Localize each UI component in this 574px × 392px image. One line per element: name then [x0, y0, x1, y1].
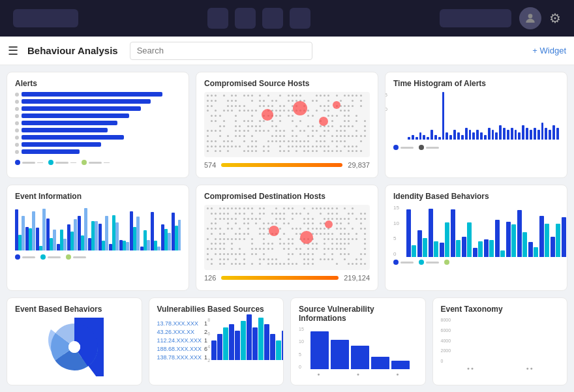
identity-chart	[406, 205, 559, 257]
main-content: Alerts — — — Compromised Source Hosts 57…	[0, 65, 574, 392]
event-taxonomy-chart	[455, 318, 560, 363]
source-min: 574	[204, 161, 216, 169]
subbar: ☰ Behaviour Analysis + Widget	[0, 37, 574, 65]
search-input[interactable]	[130, 42, 312, 60]
source-map-footer: 574 29,837	[204, 161, 370, 169]
nav-item-1[interactable]	[207, 8, 228, 29]
topbar-search	[440, 9, 511, 27]
vuln-sources-widget: Vulnerabilies Based Sources 13.78.XXX.XX…	[149, 297, 284, 385]
event-info-chart	[15, 205, 181, 250]
gear-icon[interactable]: ⚙	[549, 10, 561, 26]
alerts-chart	[15, 92, 181, 154]
alerts-legend: — — —	[15, 159, 181, 166]
dest-max: 219,124	[344, 274, 370, 282]
histogram-y-axis: 151050	[385, 92, 387, 141]
time-histogram-title: Time Histogram of Alerts	[393, 79, 559, 88]
topbar-right: ⚙	[440, 7, 561, 29]
source-vuln-title: Source Vulnerability Informations	[299, 305, 417, 323]
compromised-dest-widget: Compromised Destination Hosts 126 219,12…	[196, 185, 378, 291]
event-info-title: Event Information	[15, 192, 181, 201]
dest-min: 126	[204, 274, 216, 282]
identity-title: Idendity Based Behaviors	[393, 192, 559, 201]
event-taxonomy-widget: Event Taxonomy 80006000400020000 ● ● ● ●	[432, 297, 568, 385]
alerts-widget: Alerts — — —	[7, 72, 189, 178]
source-vuln-widget: Source Vulnerability Informations 151050…	[290, 297, 426, 385]
topbar-nav	[207, 8, 310, 29]
event-based-widget: Event Based Behaviors	[7, 297, 142, 385]
vuln-table: 13.78.XXX.XXX143.26.XXX.XX2112.24.XXX.XX…	[157, 320, 208, 363]
topbar-logo	[13, 9, 78, 27]
avatar[interactable]	[519, 7, 541, 29]
add-widget-button[interactable]: + Widget	[532, 46, 566, 55]
source-max: 29,837	[348, 161, 370, 169]
histogram-bars	[408, 92, 559, 141]
dest-map-footer: 126 219,124	[204, 274, 370, 282]
time-histogram-widget: Time Histogram of Alerts 151050	[385, 72, 567, 178]
compromised-source-title: Compromised Source Hosts	[204, 79, 370, 88]
nav-item-4[interactable]	[290, 8, 310, 29]
source-vuln-chart	[310, 327, 417, 369]
bottom-row: Event Based Behaviors Vul	[7, 297, 567, 385]
alerts-title: Alerts	[15, 79, 181, 88]
compromised-source-widget: Compromised Source Hosts 574 29,837	[196, 72, 378, 178]
vuln-sources-title: Vulnerabilies Based Sources	[157, 305, 276, 314]
compromised-dest-title: Compromised Destination Hosts	[204, 192, 370, 201]
svg-point-0	[528, 14, 533, 18]
identity-widget: Idendity Based Behaviors 151050	[385, 185, 567, 291]
hamburger-icon[interactable]: ☰	[8, 44, 18, 58]
event-info-widget: Event Information	[7, 185, 189, 291]
topbar: ⚙	[0, 0, 574, 37]
dest-map	[204, 205, 370, 270]
page-title: Behaviour Analysis	[27, 45, 118, 56]
event-taxonomy-title: Event Taxonomy	[441, 305, 560, 314]
event-based-pie	[15, 318, 134, 376]
event-based-title: Event Based Behaviors	[15, 305, 134, 314]
svg-point-7	[68, 341, 80, 353]
nav-item-2[interactable]	[235, 8, 256, 29]
vuln-bar-chart	[211, 318, 284, 360]
nav-item-3[interactable]	[262, 8, 283, 29]
source-map	[204, 92, 370, 157]
